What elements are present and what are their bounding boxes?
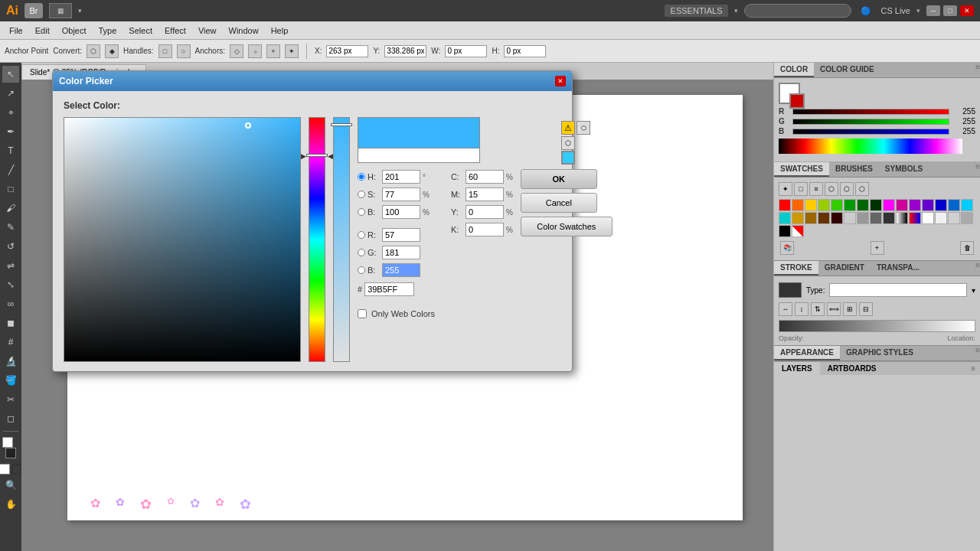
swatch-icon-5[interactable]: ⬡ [840,182,854,196]
handles-btn-1[interactable]: □ [158,44,172,58]
stroke-icon[interactable] [11,464,22,474]
tool-mesh[interactable]: # [2,334,19,350]
x-input[interactable] [326,45,368,57]
tool-scale[interactable]: ⤡ [2,276,19,293]
anchors-btn-2[interactable]: ⬦ [248,44,262,58]
background-color-swatch[interactable] [5,448,16,458]
anchors-btn-3[interactable]: + [266,44,280,58]
foreground-color-swatch[interactable] [2,437,13,448]
tab-color-guide[interactable]: COLOR GUIDE [814,63,880,77]
swatch-light-gray[interactable] [844,212,856,224]
menu-type[interactable]: Type [93,24,123,37]
tool-reflect[interactable]: ⇌ [2,257,19,274]
tool-slice[interactable]: ✂ [2,391,19,408]
menu-help[interactable]: Help [265,24,295,37]
tab-layers[interactable]: LAYERS [774,362,820,375]
layers-options-icon[interactable]: ≡ [966,362,980,375]
swatch-lib-icon[interactable]: 📚 [780,241,794,255]
tool-select-arrow[interactable]: ↖ [2,66,19,83]
menu-view[interactable]: View [192,24,223,37]
cube-icon[interactable]: ⬡ [577,121,590,135]
tool-gradient[interactable]: ◼ [2,315,19,331]
dialog-close-button[interactable]: ✕ [555,76,566,86]
r-slider[interactable] [792,109,949,115]
tab-transparency[interactable]: TRANSPA... [871,261,926,276]
stroke-type-arrow[interactable]: ▾ [972,286,975,295]
swatch-teal[interactable] [779,212,791,224]
tab-brushes[interactable]: BRUSHES [829,162,879,177]
workspace-selector[interactable]: ESSENTIALS [665,5,729,17]
minimize-button[interactable]: ─ [926,5,940,16]
anchors-btn-4[interactable]: ✦ [285,44,299,58]
tab-graphic-styles[interactable]: GRAPHIC STYLES [840,346,920,360]
gamut-warning-icon[interactable]: ⚠ [561,121,575,135]
tool-pencil[interactable]: ✎ [2,219,19,236]
bg-swatch-mini[interactable] [789,93,805,109]
tab-gradient[interactable]: GRADIENT [818,261,871,276]
tab-stroke[interactable]: STROKE [774,261,818,276]
swatch-orange[interactable] [792,199,804,211]
swatch-medium-blue[interactable] [948,199,960,211]
stroke-icon-6[interactable]: ⊟ [859,302,873,316]
swatch-icon-4[interactable]: ⬡ [825,182,838,196]
convert-btn-2[interactable]: ◆ [105,44,119,58]
h-radio[interactable] [358,173,365,181]
fill-icon[interactable] [0,464,10,474]
menu-effect[interactable]: Effect [158,24,192,37]
swatch-yellow[interactable] [805,199,817,211]
g-input[interactable] [382,246,420,259]
menu-edit[interactable]: Edit [29,24,56,37]
swatch-silver[interactable] [948,212,960,224]
swatch-none[interactable] [792,225,804,237]
stroke-icon-3[interactable]: ⇅ [811,302,825,316]
tab-color[interactable]: COLOR [774,63,814,77]
close-button[interactable]: ✕ [960,5,974,16]
b-slider[interactable] [792,129,949,135]
tab-symbols[interactable]: SYMBOLS [879,162,929,177]
menu-object[interactable]: Object [56,24,93,37]
swatch-gray[interactable] [857,212,869,224]
swatch-darkest-green[interactable] [870,199,882,211]
swatch-medium-gray[interactable] [961,212,973,224]
swatch-cyan[interactable] [961,199,973,211]
c-input[interactable] [466,170,504,184]
stroke-icon-2[interactable]: ↕ [795,302,808,316]
out-of-gamut-icon[interactable]: ⬡ [561,136,575,150]
tab-swatches[interactable]: SWATCHES [774,162,829,177]
swatch-gradient-1[interactable] [896,212,908,224]
anchors-btn-1[interactable]: ◇ [230,44,243,58]
cs-live-label[interactable]: CS Live [880,6,910,15]
search-box[interactable] [744,4,851,18]
s-input[interactable] [382,187,420,201]
color-swatches-button[interactable]: Color Swatches [521,217,612,236]
swatch-dark-green[interactable] [844,199,856,211]
tool-live-paint[interactable]: 🪣 [2,372,19,389]
swatch-del-icon[interactable]: 🗑 [960,241,974,255]
tool-blend[interactable]: ∞ [2,295,19,312]
s-radio[interactable] [358,191,365,198]
swatch-gradient-2[interactable] [909,212,921,224]
tool-lasso[interactable]: ⌖ [2,104,19,121]
swatch-darker-green[interactable] [857,199,869,211]
stroke-icon-1[interactable]: ↔ [779,302,792,316]
fg-swatch[interactable] [779,83,800,104]
stroke-gradient-bar[interactable] [779,320,975,332]
view-button[interactable]: ▦ [49,3,72,18]
tool-zoom[interactable]: 🔍 [2,477,19,494]
convert-btn-1[interactable]: ⬡ [87,44,100,58]
bridge-button[interactable]: Br [24,3,43,18]
tool-pen[interactable]: ✒ [2,123,19,140]
panel-options-icon[interactable]: ≡ [975,63,980,77]
swatch-white[interactable] [922,212,934,224]
swatches-options-icon[interactable]: ≡ [975,162,980,177]
replacement-swatch[interactable] [561,151,575,165]
alpha-slider[interactable] [333,117,350,362]
swatch-maroon[interactable] [831,212,843,224]
swatch-gold[interactable] [792,212,804,224]
swatch-icon-6[interactable]: ⬡ [855,182,869,196]
web-colors-checkbox[interactable] [358,309,367,318]
color-spectrum-bar[interactable] [779,139,962,154]
swatch-violet[interactable] [922,199,934,211]
b-rgb-input[interactable] [382,263,420,277]
swatch-icon-2[interactable]: □ [794,182,808,196]
